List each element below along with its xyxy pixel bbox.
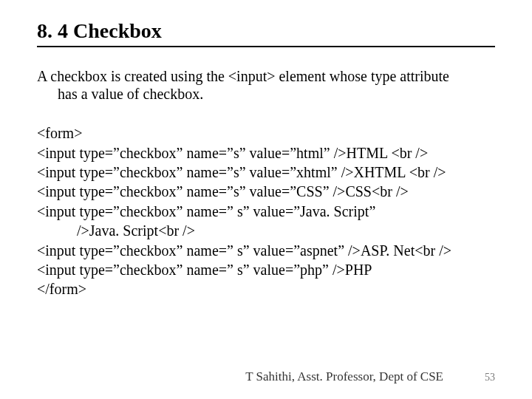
description-line-2: has a value of checkbox. xyxy=(37,86,495,103)
description-paragraph: A checkbox is created using the <input> … xyxy=(37,68,495,103)
slide-footer: T Sahithi, Asst. Professor, Dept of CSE … xyxy=(0,369,532,384)
title-underline xyxy=(37,46,495,47)
code-line: <form> xyxy=(37,123,495,143)
code-line: <input type=”checkbox” name=”s” value=”C… xyxy=(37,182,495,201)
code-line: <input type=”checkbox” name=” s” value=”… xyxy=(37,202,495,221)
footer-line: T Sahithi, Asst. Professor, Dept of CSE … xyxy=(37,369,495,384)
code-line: <input type=”checkbox” name=” s” value=”… xyxy=(37,241,495,260)
slide-title: 8. 4 Checkbox xyxy=(37,19,495,43)
slide: 8. 4 Checkbox A checkbox is created usin… xyxy=(0,0,532,399)
description-line-1: A checkbox is created using the <input> … xyxy=(37,68,449,84)
code-block: <form> <input type=”checkbox” name=”s” v… xyxy=(37,123,495,299)
code-line: <input type=”checkbox” name=” s” value=”… xyxy=(37,260,495,279)
code-line: </form> xyxy=(37,279,495,299)
author-credit: T Sahithi, Asst. Professor, Dept of CSE xyxy=(245,369,443,384)
page-number: 53 xyxy=(485,372,495,383)
code-line: <input type=”checkbox” name=”s” value=”x… xyxy=(37,163,495,182)
code-line: <input type=”checkbox” name=”s” value=”h… xyxy=(37,143,495,163)
code-line-continuation: />Java. Script<br /> xyxy=(37,221,495,240)
